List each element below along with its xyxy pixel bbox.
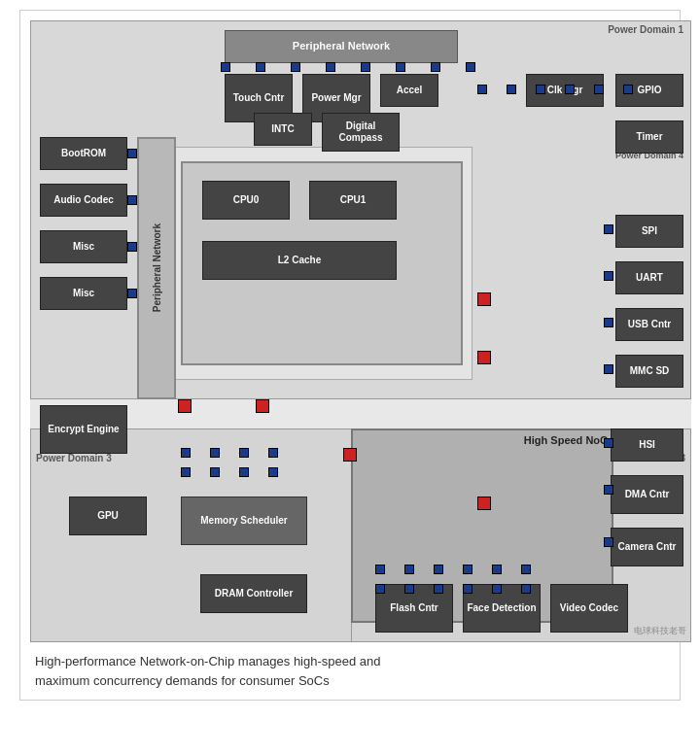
dot-blue-r2 (507, 85, 516, 94)
dot-blue-r1 (477, 85, 487, 94)
dot-blue-1 (221, 62, 230, 72)
dot-red-6 (477, 497, 491, 510)
misc1-block: Misc (40, 230, 127, 263)
uart-block: UART (615, 261, 683, 294)
dot-blue-bb3 (434, 565, 443, 574)
peripheral-network-left: Peripheral Network (137, 137, 176, 399)
watermark: 电球科技老哥 (634, 625, 686, 637)
usb-cntr-block: USB Cntr (615, 308, 683, 341)
cpu-area: CPU0 CPU1 L2 Cache (181, 161, 463, 365)
mmc-sd-block: MMC SD (615, 355, 683, 388)
dot-blue-rr2 (604, 271, 613, 281)
dot-blue-6 (396, 62, 405, 72)
dot-blue-bb2 (404, 565, 414, 574)
encrypt-engine-block: Encrypt Engine (40, 405, 127, 454)
diagram-area: Power Domain 1 Power Domain 4 Power Doma… (30, 20, 691, 642)
dot-blue-rr3 (604, 318, 613, 327)
peripheral-network-top: Peripheral Network (225, 30, 458, 63)
dot-blue-bb8 (404, 584, 414, 594)
cpu1-block: CPU1 (309, 181, 397, 220)
dot-blue-l2 (127, 195, 137, 205)
dot-blue-b8 (268, 467, 278, 477)
dot-blue-b6 (210, 467, 220, 477)
bootrom-block: BootROM (40, 137, 127, 170)
dot-blue-bb9 (434, 584, 443, 594)
pd1-label: Power Domain 1 (608, 24, 683, 35)
diagram-wrapper: Power Domain 1 Power Domain 4 Power Doma… (19, 10, 681, 701)
dot-blue-l4 (127, 289, 137, 298)
page-container: Power Domain 1 Power Domain 4 Power Doma… (0, 0, 700, 720)
timer-block: Timer (615, 120, 683, 154)
dot-blue-bb12 (521, 584, 531, 594)
dot-red-3 (343, 448, 357, 462)
dot-blue-b3 (239, 448, 249, 458)
dot-blue-rr1 (604, 224, 613, 234)
intc-block: INTC (254, 113, 312, 146)
dot-blue-l3 (127, 242, 137, 252)
dot-blue-b5 (181, 467, 191, 477)
dot-blue-noc3 (604, 537, 613, 547)
video-codec-block: Video Codec (550, 584, 628, 633)
accel-block: Accel (380, 74, 438, 107)
caption-line1: High-performance Network-on-Chip manages… (35, 654, 381, 668)
camera-cntr-block: Camera Cntr (611, 528, 683, 566)
caption: High-performance Network-on-Chip manages… (30, 652, 670, 690)
dot-blue-r3 (536, 85, 545, 94)
memory-scheduler-block: Memory Scheduler (181, 497, 307, 545)
dot-blue-8 (466, 62, 475, 72)
caption-line2: maximum concurrency demands for consumer… (35, 673, 330, 688)
dot-blue-bb11 (492, 584, 502, 594)
dot-red-4 (477, 292, 491, 306)
dot-blue-l1 (127, 149, 137, 158)
dot-blue-noc2 (604, 485, 613, 495)
dot-blue-bb4 (463, 565, 472, 574)
dot-blue-bb5 (492, 565, 502, 574)
dot-blue-b1 (181, 448, 191, 458)
hsi-block: HSI (611, 428, 683, 462)
spi-block: SPI (615, 215, 683, 248)
gpu-block: GPU (69, 497, 147, 535)
dot-blue-b7 (239, 467, 249, 477)
misc2-block: Misc (40, 277, 127, 310)
dot-blue-3 (291, 62, 300, 72)
pd3-left-label: Power Domain 3 (36, 453, 112, 463)
dot-blue-2 (256, 62, 265, 72)
dot-blue-bb10 (463, 584, 472, 594)
dot-blue-b4 (268, 448, 278, 458)
dot-blue-bb6 (521, 565, 531, 574)
dot-blue-4 (326, 62, 335, 72)
dot-blue-b2 (210, 448, 220, 458)
dot-blue-bb7 (375, 584, 385, 594)
digital-compass-block: Digital Compass (322, 113, 400, 152)
dot-red-5 (477, 351, 491, 364)
dot-red-2 (256, 399, 269, 413)
l2-cache-block: L2 Cache (202, 241, 397, 280)
dot-blue-rr4 (604, 364, 613, 374)
dma-cntr-block: DMA Cntr (611, 475, 683, 514)
dot-red-1 (178, 399, 192, 413)
dot-blue-r4 (565, 85, 575, 94)
dram-controller-block: DRAM Controller (200, 574, 307, 613)
dot-blue-r6 (623, 85, 633, 94)
audio-codec-block: Audio Codec (40, 184, 127, 217)
cpu0-block: CPU0 (202, 181, 290, 220)
dot-blue-r5 (594, 85, 604, 94)
dot-blue-5 (361, 62, 370, 72)
dot-blue-7 (431, 62, 440, 72)
dot-blue-bb1 (375, 565, 385, 574)
dot-blue-noc1 (604, 438, 613, 448)
